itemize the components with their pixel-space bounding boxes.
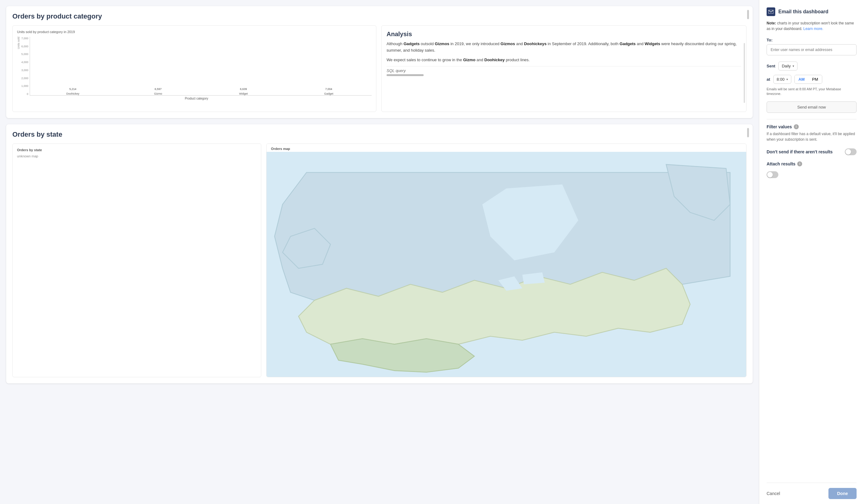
to-input[interactable]	[767, 44, 856, 55]
chevron-down-icon: ▾	[793, 64, 794, 68]
y-axis: 7,000 6,000 5,000 4,000 3,000 2,000 1,00…	[21, 37, 30, 96]
dont-send-row: Don't send if there aren't results	[767, 148, 856, 155]
pm-button[interactable]: PM	[808, 75, 822, 83]
send-now-button[interactable]: Send email now	[767, 101, 856, 113]
svg-rect-2	[768, 10, 773, 14]
dont-send-toggle[interactable]	[845, 148, 856, 155]
filter-info-icon[interactable]: i	[794, 124, 799, 129]
svg-rect-1	[768, 10, 773, 14]
bar-gadget: 7,004 Gadget	[289, 87, 369, 95]
product-category-card: Orders by product category Units sold by…	[6, 6, 753, 118]
attach-results-toggle[interactable]	[767, 171, 778, 178]
analysis-paragraph-2: We expect sales to continue to grow in t…	[386, 57, 741, 63]
note-text: Note: charts in your subscription won't …	[767, 21, 856, 32]
x-axis-label: Product category	[21, 97, 372, 100]
divider-1	[767, 119, 856, 119]
left-panel: Orders by product category Units sold by…	[0, 0, 759, 504]
time-value: 8:00	[777, 77, 784, 82]
analysis-title: Analysis	[386, 31, 741, 38]
scrollbar[interactable]	[744, 43, 745, 103]
sent-row: Sent Daily ▾	[767, 61, 856, 71]
sent-value: Daily	[782, 64, 791, 68]
sent-label: Sent	[767, 64, 775, 68]
attach-results-row: Attach results i	[767, 161, 856, 166]
am-button[interactable]: AM	[795, 75, 808, 83]
email-icon	[768, 10, 773, 14]
drag-handle[interactable]	[747, 10, 749, 19]
learn-more-link[interactable]: Learn more.	[803, 27, 824, 31]
orders-by-state-card: Orders by state Orders by state unknown …	[6, 124, 753, 383]
sql-query-stub: SQL query	[386, 66, 741, 73]
at-row: at 8:00 ▾ AM PM	[767, 75, 856, 84]
bar-doohickey: 5,214 Doohickey	[33, 87, 113, 95]
time-chevron-icon: ▾	[787, 77, 788, 81]
bottom-actions: Cancel Done	[767, 483, 856, 499]
dont-send-label: Don't send if there aren't results	[767, 149, 833, 154]
drag-handle-2[interactable]	[747, 128, 749, 137]
orders-map-box: Orders map	[266, 143, 746, 377]
attach-results-label: Attach results	[767, 161, 795, 166]
bar-widget: 6,639 Widget	[203, 87, 283, 95]
done-button[interactable]: Done	[828, 488, 856, 499]
y-axis-label: Units sold	[17, 37, 20, 49]
analysis-box: Analysis Although Gadgets outsold Gizmos…	[381, 25, 746, 112]
at-label: at	[767, 77, 770, 82]
filter-values-row: Filter values i	[767, 124, 856, 129]
bar-chart-box: Units sold by product category in 2019 U…	[12, 25, 376, 112]
chart-subtitle: Units sold by product category in 2019	[17, 30, 372, 34]
panel-header: Email this dashboard	[767, 8, 856, 16]
orders-by-state-left: Orders by state unknown map	[12, 143, 261, 377]
orders-state-box-title: Orders by state	[17, 148, 257, 152]
unknown-map: unknown map	[17, 154, 257, 158]
cancel-button[interactable]: Cancel	[767, 491, 780, 496]
sent-frequency-dropdown[interactable]: Daily ▾	[778, 61, 797, 71]
note-prefix: Note:	[767, 21, 776, 25]
panel-title: Email this dashboard	[778, 9, 828, 14]
ampm-selector: AM PM	[794, 75, 822, 84]
sql-scroll-stub	[386, 74, 424, 76]
analysis-paragraph-1: Although Gadgets outsold Gizmos in 2019,…	[386, 41, 741, 54]
orders-map-title: Orders map	[266, 144, 746, 152]
filter-desc: If a dashboard filter has a default valu…	[767, 131, 856, 142]
map-svg	[266, 152, 746, 377]
attach-info-icon[interactable]: i	[797, 161, 802, 166]
right-panel: Email this dashboard Note: charts in you…	[759, 0, 864, 504]
bar-gizmo: 6,597 Gizmo	[118, 87, 198, 95]
filter-values-title: Filter values	[767, 124, 792, 129]
orders-by-state-title: Orders by state	[12, 131, 746, 139]
to-label: To:	[767, 38, 856, 43]
product-category-title: Orders by product category	[12, 12, 746, 21]
timezone-note: Emails will be sent at 8:00 AM PT, your …	[767, 87, 856, 96]
bars-container: 5,214 Doohickey 6,597 Gizmo	[30, 37, 372, 96]
email-icon-box	[767, 8, 775, 16]
time-dropdown[interactable]: 8:00 ▾	[773, 75, 791, 84]
